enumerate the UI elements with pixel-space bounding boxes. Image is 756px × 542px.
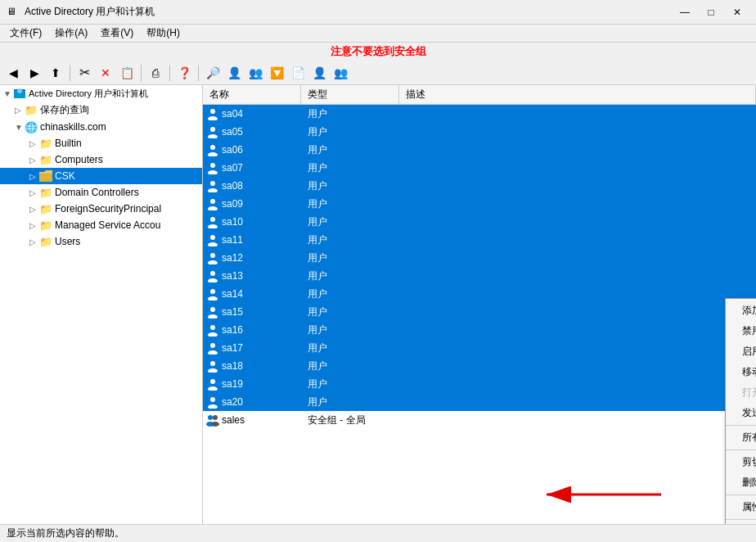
list-item[interactable]: sa13用户	[203, 267, 756, 285]
toolbar-up[interactable]: ⬆	[46, 63, 65, 83]
user-icon	[206, 269, 219, 282]
row-name: sa05	[222, 126, 243, 138]
toolbar-search[interactable]: 🔎	[203, 63, 223, 83]
list-item[interactable]: sa11用户	[203, 231, 756, 249]
tree-item-computers[interactable]: ▷ 📁 Computers	[0, 151, 202, 168]
list-item[interactable]: sa07用户	[203, 159, 756, 177]
tree-item-msa[interactable]: ▷ 📁 Managed Service Accou	[0, 217, 202, 233]
app-title: Active Directory 用户和计算机	[25, 5, 155, 19]
svg-point-22	[210, 253, 215, 258]
row-name: sa04	[222, 108, 243, 120]
row-name-cell: sa18	[203, 359, 301, 373]
toolbar-forward[interactable]: ▶	[25, 63, 44, 83]
tree-panel[interactable]: ▼ Active Directory 用户和计算机 ▷ 📁 保存的查询 ▼ 🌐 …	[0, 85, 203, 524]
tree-item-csk[interactable]: ▷ CSK	[0, 168, 202, 184]
tree-item-dc[interactable]: ▷ 📁 Domain Controllers	[0, 184, 202, 201]
row-name-cell: sa07	[203, 160, 301, 175]
folder-icon-users: 📁	[39, 235, 52, 248]
context-menu-item-label: 禁用帐户(S)	[742, 324, 756, 338]
row-desc	[399, 365, 756, 367]
toolbar-filter[interactable]: 🔽	[267, 63, 286, 83]
expand-icon-builtin: ▷	[29, 139, 39, 148]
list-header: 名称 类型 描述	[203, 85, 756, 105]
header-type[interactable]: 类型	[301, 85, 399, 104]
title-bar-left: 🖥 Active Directory 用户和计算机	[7, 5, 155, 19]
context-menu-item[interactable]: 帮助(H)	[726, 522, 756, 524]
toolbar-doc[interactable]: 📄	[288, 63, 308, 83]
list-rows: sa04用户 sa05用户 sa06用户 sa07用户 sa08用户 sa09用…	[203, 105, 756, 429]
toolbar-print[interactable]: ⎙	[146, 63, 165, 83]
context-menu-item[interactable]: 剪切(T)	[726, 452, 756, 472]
menu-bar: 文件(F) 操作(A) 查看(V) 帮助(H)	[0, 25, 756, 43]
toolbar-group2[interactable]: 👥	[331, 63, 350, 83]
toolbar-group[interactable]: 👥	[245, 63, 265, 83]
list-item[interactable]: sa15用户	[203, 303, 756, 321]
context-menu-item[interactable]: 所有任务(K)▶	[726, 427, 756, 448]
list-item[interactable]: sa04用户	[203, 105, 756, 123]
toolbar-copy[interactable]: 📋	[117, 63, 137, 83]
context-menu-item-label: 剪切(T)	[742, 455, 756, 469]
context-menu-item[interactable]: 删除(D)	[726, 472, 756, 493]
header-name[interactable]: 名称	[203, 85, 301, 104]
menu-view[interactable]: 查看(V)	[94, 25, 140, 42]
close-button[interactable]: ✕	[725, 3, 749, 21]
toolbar-back[interactable]: ◀	[3, 63, 23, 83]
list-item[interactable]: sa18用户	[203, 357, 756, 375]
menu-action[interactable]: 操作(A)	[48, 25, 94, 42]
toolbar-user2[interactable]: 👤	[309, 63, 329, 83]
menu-file[interactable]: 文件(F)	[3, 25, 48, 42]
list-item[interactable]: sa14用户	[203, 285, 756, 303]
context-menu-item[interactable]: 移动(V)...	[726, 362, 756, 382]
list-panel[interactable]: 名称 类型 描述 sa04用户 sa05用户 sa06用户 sa07用户 sa0…	[203, 85, 756, 524]
context-menu-item[interactable]: 发送邮件(A)	[726, 403, 756, 423]
context-menu-item[interactable]: 属性(R)	[726, 497, 756, 517]
list-item[interactable]: sa20用户	[203, 393, 756, 411]
list-item[interactable]: sa19用户	[203, 375, 756, 393]
tree-item-builtin[interactable]: ▷ 📁 Builtin	[0, 135, 202, 151]
tree-item-saved[interactable]: ▷ 📁 保存的查询	[0, 102, 202, 119]
expand-icon-domain: ▼	[15, 123, 25, 132]
row-type: 用户	[301, 178, 399, 194]
main-area: ▼ Active Directory 用户和计算机 ▷ 📁 保存的查询 ▼ 🌐 …	[0, 85, 756, 524]
svg-point-43	[211, 422, 219, 427]
maximize-button[interactable]: □	[699, 3, 723, 21]
list-item[interactable]: sa16用户	[203, 321, 756, 339]
minimize-button[interactable]: —	[673, 3, 697, 21]
toolbar: ◀ ▶ ⬆ ✂ ✕ 📋 ⎙ ❓ 🔎 👤 👥 🔽 📄 👤 👥	[0, 61, 756, 85]
list-item[interactable]: sa06用户	[203, 141, 756, 159]
list-item[interactable]: sa17用户	[203, 339, 756, 357]
svg-point-37	[208, 386, 218, 391]
tree-item-root[interactable]: ▼ Active Directory 用户和计算机	[0, 85, 202, 102]
user-icon	[206, 377, 219, 391]
toolbar-cut[interactable]: ✂	[74, 63, 94, 83]
context-menu-item-label: 发送邮件(A)	[742, 406, 756, 420]
tree-item-csk-label: CSK	[55, 170, 75, 182]
list-item[interactable]: sa09用户	[203, 195, 756, 213]
menu-help[interactable]: 帮助(H)	[140, 25, 187, 42]
tree-item-domain[interactable]: ▼ 🌐 chinaskills.com	[0, 119, 202, 135]
context-menu-item[interactable]: 添加到组(G)...	[726, 300, 756, 321]
toolbar-delete[interactable]: ✕	[96, 63, 115, 83]
user-icon	[206, 341, 219, 355]
header-desc[interactable]: 描述	[399, 85, 756, 104]
list-item[interactable]: sa08用户	[203, 177, 756, 195]
tree-item-fsp[interactable]: ▷ 📁 ForeignSecurityPrincipal	[0, 201, 202, 217]
list-item[interactable]: sa12用户	[203, 249, 756, 267]
list-item[interactable]: sa10用户	[203, 213, 756, 231]
tree-item-root-label: Active Directory 用户和计算机	[29, 88, 148, 100]
row-name-cell: sa16	[203, 323, 301, 337]
svg-point-15	[208, 188, 218, 192]
list-item[interactable]: sales安全组 - 全局	[203, 411, 756, 429]
tree-item-users[interactable]: ▷ 📁 Users	[0, 233, 202, 250]
row-name-cell: sa14	[203, 287, 301, 301]
row-desc	[399, 293, 756, 295]
row-type: 用户	[301, 196, 399, 212]
list-item[interactable]: sa05用户	[203, 123, 756, 141]
context-menu-item[interactable]: 禁用帐户(S)	[726, 321, 756, 341]
warning-bar: 注意不要选到安全组	[0, 43, 756, 61]
folder-icon-csk	[39, 169, 52, 183]
row-name-cell: sa13	[203, 269, 301, 283]
toolbar-help[interactable]: ❓	[174, 63, 194, 83]
toolbar-user[interactable]: 👤	[224, 63, 244, 83]
context-menu-item[interactable]: 启用帐户(E)	[726, 341, 756, 362]
